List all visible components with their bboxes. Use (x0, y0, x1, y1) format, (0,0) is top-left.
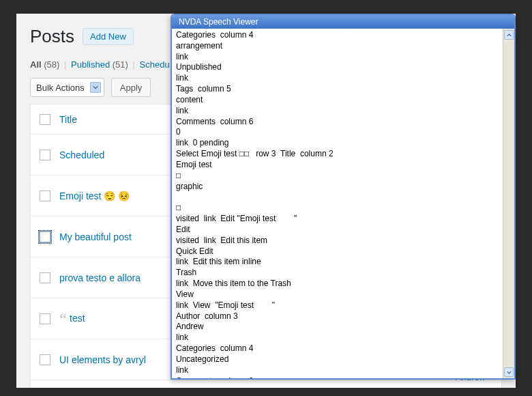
add-new-button[interactable]: Add New (83, 28, 134, 45)
row-checkbox-cell (31, 272, 59, 283)
nvda-body: Categories column 4 arrangement link Unp… (172, 29, 514, 378)
select-all-cell (31, 114, 59, 125)
row-checkbox[interactable] (40, 231, 50, 242)
row-checkbox[interactable] (40, 150, 50, 160)
bulk-actions-label: Bulk Actions (36, 83, 85, 93)
row-checkbox-cell (31, 313, 59, 324)
nvda-window-title: NVDA Speech Viewer (172, 15, 514, 29)
filter-scheduled[interactable]: Schedu (140, 59, 170, 70)
row-checkbox[interactable] (40, 354, 50, 365)
nvda-speech-viewer-window: NVDA Speech Viewer Categories column 4 a… (171, 14, 516, 380)
page-title: Posts (30, 26, 74, 47)
nvda-scrollbar[interactable] (503, 29, 514, 378)
filter-all[interactable]: All (30, 59, 42, 70)
row-checkbox-cell (31, 150, 59, 160)
bulk-actions-select[interactable]: Bulk Actions (30, 78, 104, 97)
filter-all-count: (58) (44, 59, 59, 70)
table-row: test ticket 29963 border bottom (31, 380, 501, 388)
apply-button[interactable]: Apply (111, 78, 151, 97)
row-checkbox[interactable] (40, 190, 50, 201)
row-checkbox[interactable] (40, 313, 50, 324)
row-checkbox-cell (31, 354, 59, 365)
row-checkbox-cell (31, 190, 59, 201)
filter-published[interactable]: Published (71, 59, 110, 70)
scroll-up-icon[interactable] (504, 30, 514, 40)
chevron-down-icon (90, 82, 101, 93)
filter-published-count: (51) (113, 59, 128, 70)
row-checkbox-cell (31, 231, 59, 242)
scroll-down-icon[interactable] (504, 367, 514, 377)
row-checkbox[interactable] (40, 272, 50, 283)
select-all-checkbox[interactable] (40, 114, 50, 125)
nvda-speech-log: Categories column 4 arrangement link Unp… (172, 29, 503, 378)
quote-format-icon: “ (59, 310, 67, 327)
